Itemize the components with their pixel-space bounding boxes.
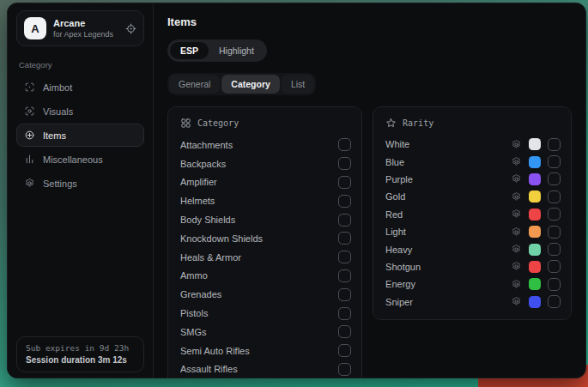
category-row-body-shields: Body Shields [179,210,351,229]
tab-list[interactable]: List [282,75,314,94]
checkbox[interactable] [548,278,561,291]
star-icon [385,118,397,129]
app-title: Arcane [53,18,118,28]
checkbox[interactable] [338,269,351,282]
checkbox[interactable] [338,138,351,151]
settings-gear-icon [24,178,35,189]
category-row-pistols: Pistols [179,304,351,323]
checkbox[interactable] [338,232,351,245]
checkbox[interactable] [338,325,351,338]
rarity-row-label: Energy [384,279,511,289]
tab-general[interactable]: General [169,75,220,94]
sidebar-item-label: Items [43,130,66,141]
sidebar-item-settings[interactable]: Settings [16,172,144,195]
checkbox[interactable] [548,190,561,203]
color-swatch[interactable] [529,278,541,290]
checkbox[interactable] [548,226,561,239]
checkbox[interactable] [338,344,351,357]
sidebar-section-label: Category [19,60,142,70]
color-swatch[interactable] [529,138,541,150]
color-swatch[interactable] [529,209,541,221]
rarity-row-controls [511,260,561,273]
checkbox[interactable] [548,138,561,151]
color-swatch[interactable] [529,244,541,256]
sidebar-item-miscellaneous[interactable]: Miscellaneous [16,148,144,171]
checkbox[interactable] [548,243,561,256]
checkbox[interactable] [338,307,351,320]
category-row-smgs: SMGs [179,323,351,342]
sidebar-item-label: Aimbot [43,82,72,93]
checkbox[interactable] [338,214,351,227]
checkbox[interactable] [548,172,561,185]
mode-option-esp[interactable]: ESP [170,42,209,59]
target-icon[interactable] [125,23,136,34]
sidebar-nav: AimbotVisualsItemsMiscellaneousSettings [16,76,144,195]
gear-icon[interactable] [511,279,522,290]
rarity-row-label: Red [384,209,511,220]
rarity-row-label: Sniper [384,297,511,307]
miscellaneous-icon [24,154,35,165]
rarity-row-controls [511,190,561,203]
rarity-row-label: Shotgun [384,262,511,272]
tab-category[interactable]: Category [221,75,280,94]
checkbox[interactable] [548,260,561,273]
checkbox[interactable] [338,251,351,263]
gear-icon[interactable] [511,173,522,184]
mode-option-highlight[interactable]: Highlight [209,42,264,59]
main-content: Items ESPHighlight GeneralCategoryList C… [154,3,585,378]
rarity-row-controls [511,295,561,308]
rarity-row-controls [511,138,561,151]
gear-icon[interactable] [511,227,522,238]
app-window: A Arcane for Apex Legends Category Aimbo… [7,3,586,378]
checkbox[interactable] [338,363,351,376]
sidebar-item-visuals[interactable]: Visuals [16,100,144,123]
checkbox[interactable] [548,155,561,168]
category-row-helmets: Helmets [179,191,351,210]
rarity-row-label: Purple [384,174,511,184]
desktop-background: A Arcane for Apex Legends Category Aimbo… [0,0,588,387]
rarity-row-controls [511,243,561,256]
category-row-label: Pistols [179,308,338,318]
app-meta: Arcane for Apex Legends [53,18,118,39]
checkbox[interactable] [338,195,351,208]
checkbox[interactable] [548,208,561,221]
gear-icon[interactable] [511,244,522,255]
category-row-ammo: Ammo [179,267,351,286]
color-swatch[interactable] [529,156,541,168]
category-row-label: Ammo [179,270,338,281]
color-swatch[interactable] [529,190,541,203]
sidebar-item-items[interactable]: Items [16,124,144,147]
color-swatch[interactable] [529,261,541,273]
rarity-row-label: Light [384,227,511,237]
gear-icon[interactable] [511,209,522,220]
color-swatch[interactable] [529,173,541,185]
rarity-panel: Rarity WhiteBluePurpleGoldRedLightHeavyS… [373,106,572,320]
session-info-card: Sub expires in 9d 23h Session duration 3… [16,336,144,372]
page-title: Items [167,15,572,28]
gear-icon[interactable] [511,156,522,167]
color-swatch[interactable] [529,296,541,308]
category-row-heals-armor: Heals & Armor [179,248,351,267]
category-panel: Category AttachmentsBackpacksAmplifierHe… [167,106,362,378]
gear-icon[interactable] [511,191,522,203]
rarity-row-controls [511,278,561,291]
checkbox[interactable] [338,288,351,301]
sidebar-item-aimbot[interactable]: Aimbot [16,76,144,99]
rarity-row-controls [511,208,561,221]
category-row-label: Assault Rifles [179,364,338,374]
color-swatch[interactable] [529,226,541,238]
rarity-row-controls [511,226,561,239]
checkbox[interactable] [338,157,351,170]
checkbox[interactable] [548,295,561,308]
app-logo: A [24,17,46,39]
gear-icon[interactable] [511,139,522,150]
tab-bar: GeneralCategoryList [167,73,316,95]
checkbox[interactable] [338,176,351,189]
category-row-label: Knockdown Shields [179,233,338,244]
gear-icon[interactable] [511,296,522,307]
rarity-row-label: Blue [384,157,511,167]
sidebar-item-label: Visuals [43,106,73,117]
rarity-row-blue: Blue [384,153,561,170]
category-row-label: Semi Auto Rifles [179,346,338,356]
gear-icon[interactable] [511,261,522,272]
